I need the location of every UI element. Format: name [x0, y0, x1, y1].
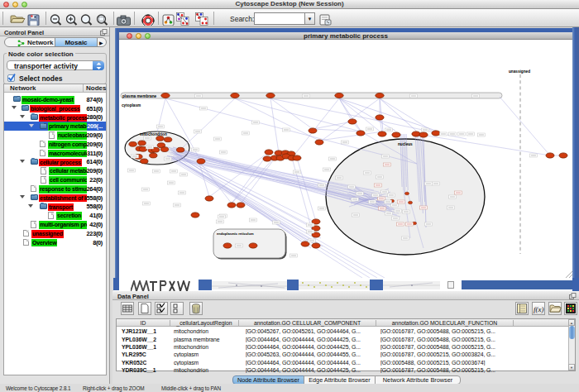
svg-text:nucleus: nucleus: [398, 142, 413, 146]
svg-text:unassigned: unassigned: [509, 69, 530, 74]
svg-text:cytoplasm: cytoplasm: [122, 103, 141, 108]
svg-text:mitochondrion: mitochondrion: [140, 132, 167, 136]
svg-text:f(x): f(x): [534, 305, 544, 313]
svg-text:plasma membrane: plasma membrane: [122, 94, 157, 98]
svg-text:endoplasmic reticulum: endoplasmic reticulum: [217, 232, 254, 236]
